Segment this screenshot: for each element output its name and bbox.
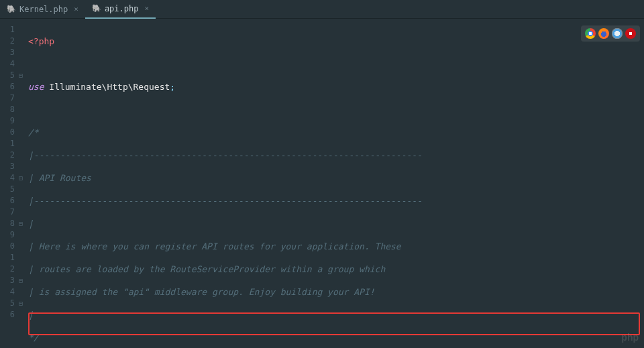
close-icon[interactable]: × [74,5,78,13]
tab-label: Kernel.php [19,5,68,14]
opera-icon[interactable] [625,28,636,39]
php-icon: 🐘 [7,5,16,13]
code-editor[interactable]: 12345678901234567890123456 ⊟⊟⊟⊟⊟ <?php u… [0,19,644,348]
safari-icon[interactable] [612,28,623,39]
chrome-icon[interactable] [585,28,596,39]
close-icon[interactable]: × [144,4,149,13]
tab-label: api.php [105,4,139,13]
fold-gutter: ⊟⊟⊟⊟⊟ [19,19,28,348]
php-icon: 🐘 [92,4,101,13]
browser-icons-panel [581,25,640,42]
tab-api[interactable]: 🐘 api.php × [85,0,156,19]
watermark: php [621,332,639,343]
firefox-icon[interactable] [598,28,609,39]
tab-bar: 🐘 Kernel.php × 🐘 api.php × [0,0,644,19]
code-area[interactable]: <?php use Illuminate\Http\Request; /* |-… [28,19,644,348]
tab-kernel[interactable]: 🐘 Kernel.php × [0,0,85,19]
line-gutter: 12345678901234567890123456 [0,19,19,348]
